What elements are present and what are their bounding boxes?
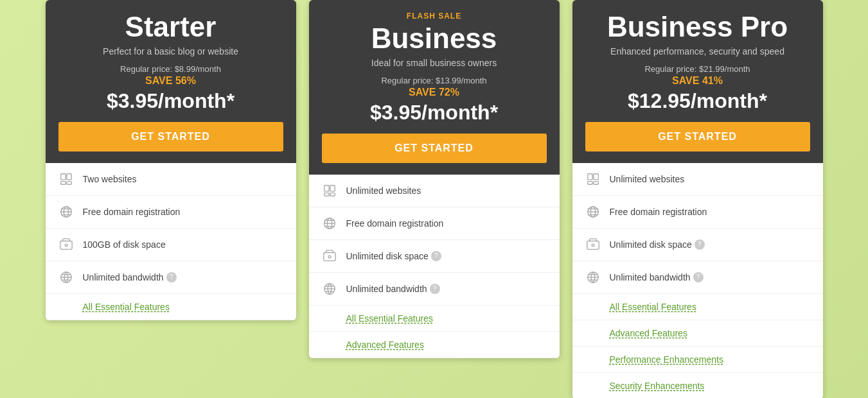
- save-label: SAVE 56%: [58, 75, 283, 87]
- feature-item: Unlimited websites: [309, 175, 560, 207]
- feature-text: Free domain registration: [610, 207, 707, 217]
- feature-item: Unlimited bandwidth ?: [46, 261, 296, 294]
- feature-link-item: Advanced Features: [572, 320, 823, 347]
- pages-icon: [321, 182, 339, 200]
- feature-link[interactable]: All Essential Features: [83, 302, 170, 312]
- svg-point-22: [328, 255, 331, 258]
- flash-sale-label: FLASH SALE: [322, 12, 547, 21]
- plan-card-business-pro: Business Pro Enhanced performance, secur…: [572, 0, 823, 398]
- save-label: SAVE 72%: [322, 87, 547, 98]
- feature-item: Unlimited websites: [572, 163, 823, 196]
- help-icon[interactable]: ?: [431, 251, 441, 261]
- feature-item: 100GB of disk space: [46, 229, 296, 261]
- get-started-button[interactable]: GET STARTED: [585, 122, 810, 151]
- feature-link-item: Performance Enhancements: [572, 347, 823, 373]
- pricing-container: Starter Perfect for a basic blog or webs…: [0, 0, 868, 398]
- feature-text: Unlimited disk space: [346, 251, 429, 261]
- svg-point-10: [65, 244, 67, 247]
- plan-card-business: FLASH SALE Business Ideal for small busi…: [309, 0, 560, 358]
- plan-subtitle: Ideal for small business owners: [322, 58, 547, 68]
- svg-rect-15: [330, 193, 334, 196]
- plan-header-business: FLASH SALE Business Ideal for small busi…: [309, 0, 560, 175]
- plan-name: Starter: [58, 12, 283, 42]
- current-price: $3.95/month*: [322, 101, 547, 125]
- svg-rect-33: [587, 241, 598, 250]
- feature-text: Unlimited disk space: [610, 239, 692, 250]
- feature-link[interactable]: All Essential Features: [346, 313, 433, 324]
- svg-rect-21: [323, 253, 335, 261]
- pages-icon: [57, 170, 75, 188]
- feature-item: Unlimited bandwidth ?: [309, 273, 560, 306]
- help-icon[interactable]: ?: [693, 272, 704, 282]
- feature-text: Free domain registration: [346, 218, 444, 229]
- help-icon[interactable]: ?: [695, 239, 705, 250]
- svg-rect-13: [330, 186, 334, 191]
- svg-rect-3: [66, 182, 71, 185]
- plan-features-starter: Two websites Free domain registration 10…: [46, 163, 296, 320]
- disk-icon: [57, 236, 75, 254]
- regular-price: Regular price: $8.99/month: [58, 64, 283, 74]
- svg-rect-0: [60, 174, 65, 180]
- feature-item: Unlimited disk space ?: [572, 229, 823, 261]
- disk-icon: [321, 247, 339, 265]
- feature-link-item: Security Enhancements: [572, 373, 823, 398]
- plan-card-starter: Starter Perfect for a basic blog or webs…: [46, 0, 296, 320]
- save-label: SAVE 41%: [585, 75, 810, 87]
- feature-link-item: All Essential Features: [572, 294, 823, 320]
- plan-name: Business: [322, 23, 547, 54]
- bandwidth-icon: [57, 268, 75, 286]
- feature-link[interactable]: Performance Enhancements: [610, 354, 723, 365]
- plan-features-business: Unlimited websites Free domain registrat…: [309, 175, 560, 358]
- feature-item: Free domain registration: [309, 207, 560, 240]
- feature-item: Unlimited disk space ?: [309, 240, 560, 273]
- plan-name: Business Pro: [585, 12, 810, 42]
- feature-link[interactable]: All Essential Features: [610, 302, 696, 312]
- feature-text: Free domain registration: [83, 207, 181, 217]
- current-price: $12.95/month*: [585, 89, 810, 113]
- feature-item: Two websites: [46, 163, 296, 196]
- feature-link[interactable]: Advanced Features: [610, 328, 687, 338]
- feature-text: Two websites: [83, 174, 137, 184]
- svg-rect-14: [324, 193, 328, 196]
- disk-icon: [584, 236, 602, 254]
- domain-icon: [584, 203, 602, 221]
- feature-link-item: All Essential Features: [309, 306, 560, 332]
- plan-features-business-pro: Unlimited websites Free domain registrat…: [572, 163, 823, 398]
- regular-price: Regular price: $13.99/month: [322, 76, 547, 85]
- plan-header-business-pro: Business Pro Enhanced performance, secur…: [572, 0, 823, 163]
- help-icon[interactable]: ?: [166, 272, 177, 282]
- feature-text: 100GB of disk space: [83, 239, 166, 250]
- svg-rect-25: [593, 174, 598, 180]
- feature-text: Unlimited bandwidth: [346, 284, 427, 294]
- feature-item: Free domain registration: [46, 196, 296, 229]
- feature-item: Free domain registration: [572, 196, 823, 229]
- feature-text: Unlimited bandwidth: [610, 272, 691, 282]
- domain-icon: [57, 203, 75, 221]
- svg-rect-2: [60, 182, 65, 185]
- feature-text: Unlimited websites: [610, 174, 685, 184]
- plan-subtitle: Perfect for a basic blog or website: [58, 46, 283, 56]
- get-started-button[interactable]: GET STARTED: [58, 122, 283, 151]
- feature-text: Unlimited bandwidth: [83, 272, 164, 282]
- plan-subtitle: Enhanced performance, security and speed: [585, 46, 810, 56]
- pages-icon: [584, 170, 602, 188]
- bandwidth-icon: [584, 268, 602, 286]
- feature-link-item: All Essential Features: [46, 294, 296, 320]
- svg-rect-26: [587, 182, 592, 185]
- regular-price: Regular price: $21.99/month: [585, 64, 810, 74]
- svg-rect-1: [66, 174, 71, 180]
- bandwidth-icon: [321, 280, 339, 298]
- svg-rect-12: [324, 186, 328, 191]
- feature-item: Unlimited bandwidth ?: [572, 261, 823, 294]
- feature-text: Unlimited websites: [346, 186, 421, 196]
- feature-link[interactable]: Advanced Features: [346, 340, 424, 350]
- feature-link-item: Advanced Features: [309, 332, 560, 358]
- current-price: $3.95/month*: [58, 89, 283, 113]
- domain-icon: [321, 214, 339, 232]
- get-started-button[interactable]: GET STARTED: [322, 134, 547, 163]
- svg-rect-9: [60, 241, 71, 250]
- svg-rect-27: [593, 182, 598, 185]
- feature-link[interactable]: Security Enhancements: [610, 381, 705, 391]
- plan-header-starter: Starter Perfect for a basic blog or webs…: [46, 0, 296, 163]
- help-icon[interactable]: ?: [430, 284, 440, 294]
